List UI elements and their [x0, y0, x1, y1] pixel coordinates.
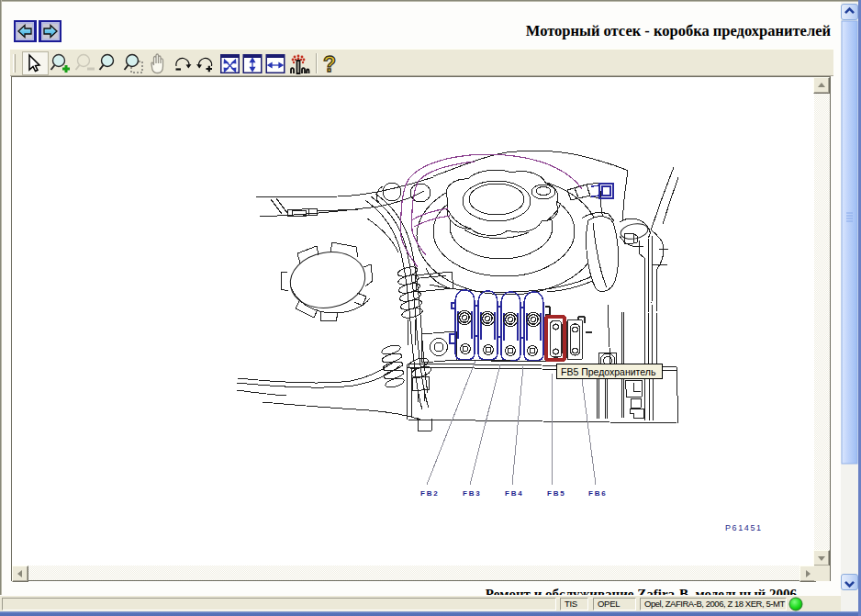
svg-text:FB2: FB2: [420, 489, 440, 498]
svg-text:FB3: FB3: [463, 489, 482, 498]
svg-text:?: ?: [323, 52, 336, 76]
svg-text:FB5 Предохранитель: FB5 Предохранитель: [561, 366, 656, 377]
svg-text:FB5: FB5: [547, 489, 566, 498]
svg-text:FB4: FB4: [505, 489, 524, 498]
svg-text:FB6: FB6: [588, 489, 608, 498]
svg-text:P61451: P61451: [725, 523, 763, 532]
